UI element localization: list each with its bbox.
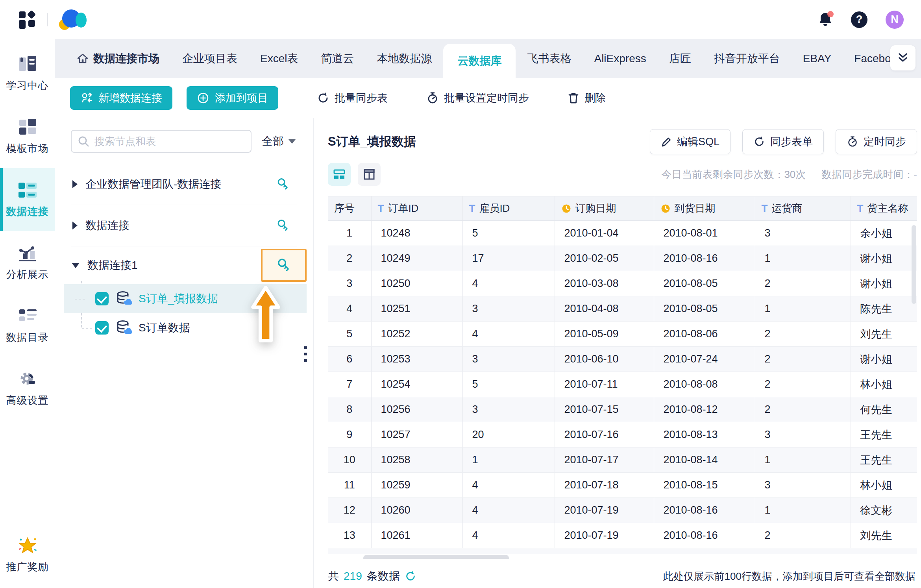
tab[interactable]: 店匠 bbox=[658, 39, 703, 78]
splitter-handle-icon[interactable] bbox=[304, 346, 307, 362]
table-view-icon bbox=[362, 167, 376, 181]
table-view-toggle[interactable] bbox=[358, 163, 381, 186]
table-row: 131026142010-07-192010-08-162刘先生 bbox=[328, 523, 917, 548]
tab-label: 云数据库 bbox=[457, 54, 501, 68]
tab[interactable]: EBAY bbox=[792, 39, 843, 78]
help-icon[interactable]: ? bbox=[851, 11, 867, 28]
button-label: 新增数据连接 bbox=[98, 91, 162, 105]
button-label: 删除 bbox=[584, 91, 606, 105]
search-input[interactable] bbox=[71, 130, 252, 153]
column-label: 货主名称 bbox=[867, 202, 908, 215]
tree-node-data-connection[interactable]: 数据连接 bbox=[71, 205, 297, 246]
table-cell: 刘先生 bbox=[851, 322, 917, 347]
table-cell: 2010-08-14 bbox=[654, 447, 755, 473]
checkbox-checked[interactable] bbox=[95, 292, 109, 305]
schedule-sync-button[interactable]: 定时同步 bbox=[836, 129, 917, 154]
filter-dropdown[interactable]: 全部 bbox=[262, 134, 297, 149]
list-view-toggle[interactable] bbox=[328, 163, 351, 186]
table-row: 101025812010-07-172010-08-141王先生 bbox=[328, 447, 917, 473]
tab-label: 企业项目表 bbox=[182, 51, 237, 66]
batch-sync-button[interactable]: 批量同步表 bbox=[317, 91, 388, 105]
notification-bell-icon[interactable] bbox=[818, 12, 833, 28]
tab[interactable]: 抖音开放平台 bbox=[703, 39, 792, 78]
avatar[interactable]: N bbox=[886, 11, 904, 29]
sync-form-button[interactable]: 同步表单 bbox=[742, 129, 824, 154]
button-label: 编辑SQL bbox=[677, 135, 719, 149]
chevron-double-down-icon bbox=[896, 51, 910, 65]
notification-dot bbox=[827, 11, 834, 17]
table-cell: 5 bbox=[462, 221, 555, 246]
refresh-count-icon[interactable] bbox=[405, 570, 416, 582]
tab[interactable]: 飞书表格 bbox=[516, 39, 583, 78]
tab-label: 抖音开放平台 bbox=[714, 51, 780, 66]
expand-right-icon[interactable] bbox=[72, 222, 78, 229]
column-header[interactable]: T 运货商 bbox=[755, 196, 851, 221]
connection-tree: 企业数据管理团队-数据连接 数据连接 bbox=[71, 164, 297, 342]
tab[interactable]: 简道云 bbox=[309, 39, 365, 78]
tab[interactable]: 企业项目表 bbox=[171, 39, 249, 78]
table-cell: 2 bbox=[755, 523, 851, 548]
table-cell: 2010-08-13 bbox=[654, 422, 755, 447]
column-label: 到货日期 bbox=[675, 202, 716, 215]
tab[interactable]: 云数据库 bbox=[443, 44, 516, 78]
table-cell: 2 bbox=[328, 246, 371, 271]
table-cell: 徐文彬 bbox=[851, 498, 917, 523]
column-header[interactable]: T 货主名称 bbox=[851, 196, 917, 221]
sidebar-item-data-catalog[interactable]: 数据目录 bbox=[0, 294, 55, 357]
sidebar-item-data-connection[interactable]: 数据连接 bbox=[0, 168, 55, 231]
table-cell: 10251 bbox=[371, 296, 462, 322]
tree-leaf-label: S订单数据 bbox=[139, 320, 190, 335]
search-icon bbox=[77, 135, 90, 148]
table-cell: 2010-08-15 bbox=[654, 473, 755, 498]
table-cell: 1 bbox=[755, 246, 851, 271]
delete-button[interactable]: 删除 bbox=[568, 91, 606, 105]
checkbox-checked[interactable] bbox=[95, 321, 109, 335]
table-cell: 林小姐 bbox=[851, 372, 917, 397]
tab-bar: 数据连接市场 企业项目表 Excel表 bbox=[55, 39, 921, 78]
tab-label: 店匠 bbox=[669, 51, 691, 66]
node-tree-panel: 全部 企业数据管理团队-数据连接 bbox=[55, 118, 313, 588]
app-logo[interactable] bbox=[59, 9, 87, 31]
sidebar-item-analysis[interactable]: 分析展示 bbox=[0, 231, 55, 294]
edit-sql-button[interactable]: 编辑SQL bbox=[650, 129, 731, 154]
tab[interactable]: 本地数据源 bbox=[365, 39, 443, 78]
tree-node-data-connection1[interactable]: 数据连接1 bbox=[71, 246, 297, 284]
table-body: 11024852010-01-042010-08-013余小姐210249172… bbox=[328, 221, 917, 548]
auth-key-icon[interactable] bbox=[275, 177, 291, 191]
more-tabs-button[interactable] bbox=[890, 45, 915, 70]
button-label: 添加到项目 bbox=[215, 91, 268, 105]
tab[interactable]: AliExpress bbox=[583, 39, 657, 78]
view-and-meta-row: 今日当前表剩余同步次数：30次 数据同步完成时间：- bbox=[328, 163, 917, 186]
batch-schedule-sync-button[interactable]: 批量设置定时同步 bbox=[426, 91, 529, 105]
sidebar-item-promotion-reward[interactable]: 推广奖励 bbox=[0, 527, 55, 582]
table-row: 910257202010-07-162010-08-133王先生 bbox=[328, 422, 917, 447]
expand-down-icon[interactable] bbox=[72, 263, 80, 268]
expand-right-icon[interactable] bbox=[72, 180, 78, 188]
tab[interactable]: 数据连接市场 bbox=[65, 39, 171, 78]
sidebar-item-advanced-settings[interactable]: 高级设置 bbox=[0, 357, 55, 420]
tree-node-enterprise-connection[interactable]: 企业数据管理团队-数据连接 bbox=[71, 164, 297, 205]
tab[interactable]: Excel表 bbox=[249, 39, 309, 78]
vertical-scrollbar-thumb[interactable] bbox=[912, 225, 916, 304]
tab-label: 飞书表格 bbox=[527, 51, 571, 66]
sidebar-item-learning-center[interactable]: 学习中心 bbox=[0, 42, 55, 105]
highlighted-auth-key-box[interactable] bbox=[261, 249, 307, 282]
trash-icon bbox=[568, 92, 579, 104]
auth-key-icon[interactable] bbox=[275, 218, 291, 233]
table-cell: 10248 bbox=[371, 221, 462, 246]
column-header[interactable]: T 雇员ID bbox=[462, 196, 555, 221]
toolbar: 新增数据连接 添加到项目 批量同步表 批量设置定时同步 bbox=[55, 78, 921, 118]
horizontal-scrollbar-thumb[interactable] bbox=[363, 555, 509, 559]
new-connection-button[interactable]: 新增数据连接 bbox=[70, 86, 172, 110]
column-header[interactable]: 序号 bbox=[328, 196, 371, 221]
list-view-icon bbox=[332, 167, 346, 181]
horizontal-scrollbar[interactable] bbox=[328, 555, 917, 559]
column-header[interactable]: 到货日期 bbox=[654, 196, 755, 221]
total-count: 219 bbox=[344, 570, 362, 582]
app-grid-icon[interactable] bbox=[18, 11, 36, 29]
add-to-project-button[interactable]: 添加到项目 bbox=[187, 86, 278, 110]
sidebar-item-template-market[interactable]: 模板市场 bbox=[0, 105, 55, 168]
column-header[interactable]: T 订单ID bbox=[371, 196, 462, 221]
sync-meta: 今日当前表剩余同步次数：30次 数据同步完成时间：- bbox=[661, 168, 917, 181]
column-header[interactable]: 订购日期 bbox=[555, 196, 654, 221]
